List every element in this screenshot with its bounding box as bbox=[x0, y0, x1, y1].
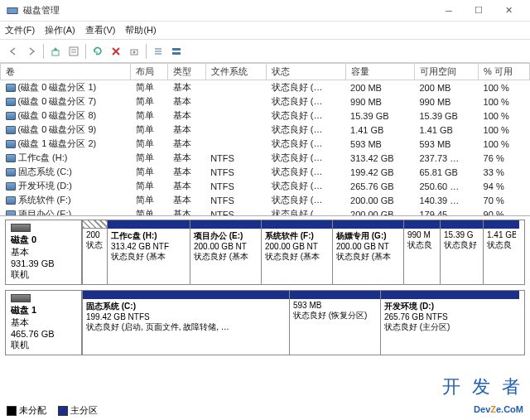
column-header[interactable]: 容量 bbox=[345, 64, 414, 80]
partition-title: 杨嫖专用 (G:) bbox=[336, 230, 400, 242]
legend-primary: 主分区 bbox=[70, 405, 98, 415]
cell: 基本 bbox=[168, 165, 205, 179]
toolbar bbox=[0, 40, 530, 63]
partition-status: 状态良好 (基本 bbox=[265, 251, 329, 263]
partition-status: 状态良好 (基本 bbox=[336, 251, 400, 263]
cell: 1.41 GB bbox=[414, 123, 478, 137]
cell: 140.39 … bbox=[414, 193, 478, 207]
cell: 开发环境 (D:) bbox=[1, 179, 131, 193]
partition-title: 开发环境 (D:) bbox=[384, 301, 516, 312]
volume-row[interactable]: 系统软件 (F:)简单基本NTFS状态良好 (…200.00 GB140.39 … bbox=[1, 193, 530, 207]
partition[interactable]: 开发环境 (D:)265.76 GB NTFS状态良好 (主分区) bbox=[380, 291, 519, 355]
volume-row[interactable]: (磁盘 0 磁盘分区 9)简单基本状态良好 (…1.41 GB1.41 GB10… bbox=[1, 123, 530, 137]
cell: 简单 bbox=[131, 151, 168, 165]
disk-status: 联机 bbox=[11, 340, 29, 350]
volume-row[interactable]: (磁盘 0 磁盘分区 8)简单基本状态良好 (…15.39 GB15.39 GB… bbox=[1, 109, 530, 123]
disk-1-info: 磁盘 1 基本 465.76 GB 联机 bbox=[6, 291, 82, 355]
disk-icon bbox=[11, 294, 31, 302]
menu-view[interactable]: 查看(V) bbox=[85, 24, 116, 36]
volume-row[interactable]: (磁盘 0 磁盘分区 1)简单基本状态良好 (…200 MB200 MB100 … bbox=[1, 80, 530, 95]
partition[interactable]: 200状态 bbox=[82, 220, 107, 284]
cell: 237.73 … bbox=[414, 151, 478, 165]
cell: 简单 bbox=[131, 80, 168, 95]
disk-size: 931.39 GB bbox=[11, 258, 55, 268]
cell: 状态良好 (… bbox=[267, 109, 345, 123]
volume-row[interactable]: 开发环境 (D:)简单基本NTFS状态良好 (…265.76 GB250.60 … bbox=[1, 179, 530, 193]
forward-button[interactable] bbox=[23, 43, 40, 60]
minimize-button[interactable]: ─ bbox=[434, 1, 464, 21]
disk-0-row[interactable]: 磁盘 0 基本 931.39 GB 联机 200状态工作c盘 (H:)313.4… bbox=[5, 220, 525, 285]
maximize-button[interactable]: ☐ bbox=[464, 1, 494, 21]
partition-title: 项目办公 (E:) bbox=[194, 230, 258, 242]
settings-button[interactable] bbox=[126, 43, 142, 60]
up-button[interactable] bbox=[47, 43, 64, 60]
partition[interactable]: 工作c盘 (H:)313.42 GB NTF状态良好 (基本 bbox=[107, 220, 190, 284]
partition[interactable]: 系统软件 (F:)200.00 GB NT状态良好 (基本 bbox=[261, 220, 332, 284]
partition[interactable]: 15.39 G状态良好 bbox=[440, 220, 483, 284]
menu-file[interactable]: 文件(F) bbox=[5, 24, 35, 36]
refresh-button[interactable] bbox=[89, 43, 106, 60]
cell: 15.39 GB bbox=[414, 109, 478, 123]
svg-rect-2 bbox=[70, 47, 78, 56]
partition-bar bbox=[108, 220, 190, 229]
volume-row[interactable]: (磁盘 0 磁盘分区 7)简单基本状态良好 (…990 MB990 MB100 … bbox=[1, 94, 530, 109]
disk-size: 465.76 GB bbox=[11, 329, 55, 339]
column-header[interactable]: 状态 bbox=[267, 64, 345, 80]
partition-size: 15.39 G bbox=[444, 230, 479, 239]
close-button[interactable]: ✕ bbox=[494, 1, 523, 21]
partition-status: 状态良好 (恢复分区) bbox=[293, 310, 377, 321]
properties-button[interactable] bbox=[65, 43, 82, 60]
partition-status: 状态良 bbox=[407, 239, 436, 251]
menu-help[interactable]: 帮助(H) bbox=[125, 24, 156, 36]
volume-list[interactable]: 卷布局类型文件系统状态容量可用空间% 可用 (磁盘 0 磁盘分区 1)简单基本状… bbox=[0, 63, 530, 216]
partition-bar bbox=[441, 220, 483, 229]
partition[interactable]: 593 MB状态良好 (恢复分区) bbox=[289, 291, 380, 355]
cell: 100 % bbox=[479, 94, 530, 109]
volume-row[interactable]: 固态系统 (C:)简单基本NTFS状态良好 (…199.42 GB65.81 G… bbox=[1, 165, 530, 179]
cell: 简单 bbox=[131, 207, 168, 216]
cell: 15.39 GB bbox=[345, 109, 414, 123]
partition[interactable]: 1.41 GB状态良 bbox=[483, 220, 519, 284]
partition[interactable]: 990 M状态良 bbox=[403, 220, 440, 284]
partition-status: 状态良好 (基本 bbox=[111, 251, 186, 263]
partition-bar bbox=[484, 220, 519, 229]
column-header[interactable]: 卷 bbox=[1, 64, 131, 80]
column-header[interactable]: 布局 bbox=[131, 64, 168, 80]
cell: 状态良好 (… bbox=[267, 193, 345, 207]
primary-swatch bbox=[58, 406, 68, 416]
partition-size: 313.42 GB NTF bbox=[111, 242, 186, 251]
window-title: 磁盘管理 bbox=[23, 4, 434, 17]
menubar: 文件(F) 操作(A) 查看(V) 帮助(H) bbox=[0, 22, 530, 40]
cell: (磁盘 0 磁盘分区 9) bbox=[1, 123, 131, 137]
delete-button[interactable] bbox=[108, 43, 124, 60]
menu-action[interactable]: 操作(A) bbox=[45, 24, 75, 36]
graphic-view-button[interactable] bbox=[168, 43, 185, 60]
column-header[interactable]: 可用空间 bbox=[414, 64, 478, 80]
cell: 200 MB bbox=[414, 80, 478, 95]
list-view-button[interactable] bbox=[150, 43, 166, 60]
partition-title: 系统软件 (F:) bbox=[265, 230, 329, 242]
partition[interactable]: 杨嫖专用 (G:)200.00 GB NT状态良好 (基本 bbox=[332, 220, 403, 284]
cell: 状态良好 (… bbox=[267, 165, 345, 179]
cell: 100 % bbox=[479, 109, 530, 123]
cell: (磁盘 0 磁盘分区 8) bbox=[1, 109, 131, 123]
cell: 状态良好 (… bbox=[267, 123, 345, 137]
volume-row[interactable]: 项目办公 (E:)简单基本NTFS状态良好 (…200.00 GB179.45 … bbox=[1, 207, 530, 216]
partition[interactable]: 固态系统 (C:)199.42 GB NTFS状态良好 (启动, 页面文件, 故… bbox=[82, 291, 289, 355]
disk-graphic-pane[interactable]: 磁盘 0 基本 931.39 GB 联机 200状态工作c盘 (H:)313.4… bbox=[0, 216, 530, 364]
column-header[interactable]: 文件系统 bbox=[205, 64, 267, 80]
cell: 基本 bbox=[168, 151, 205, 165]
back-button[interactable] bbox=[5, 43, 22, 60]
volume-row[interactable]: (磁盘 1 磁盘分区 2)简单基本状态良好 (…593 MB593 MB100 … bbox=[1, 137, 530, 151]
cell: 100 % bbox=[479, 137, 530, 151]
cell: 基本 bbox=[168, 80, 205, 95]
partition-size: 1.41 GB bbox=[487, 230, 516, 239]
cell: (磁盘 1 磁盘分区 2) bbox=[1, 137, 131, 151]
partition[interactable]: 项目办公 (E:)200.00 GB NT状态良好 (基本 bbox=[190, 220, 261, 284]
column-header[interactable]: % 可用 bbox=[479, 64, 530, 80]
svg-point-6 bbox=[133, 51, 136, 53]
partition-bar bbox=[83, 220, 107, 229]
disk-1-row[interactable]: 磁盘 1 基本 465.76 GB 联机 固态系统 (C:)199.42 GB … bbox=[5, 290, 525, 355]
volume-row[interactable]: 工作c盘 (H:)简单基本NTFS状态良好 (…313.42 GB237.73 … bbox=[1, 151, 530, 165]
column-header[interactable]: 类型 bbox=[168, 64, 205, 80]
